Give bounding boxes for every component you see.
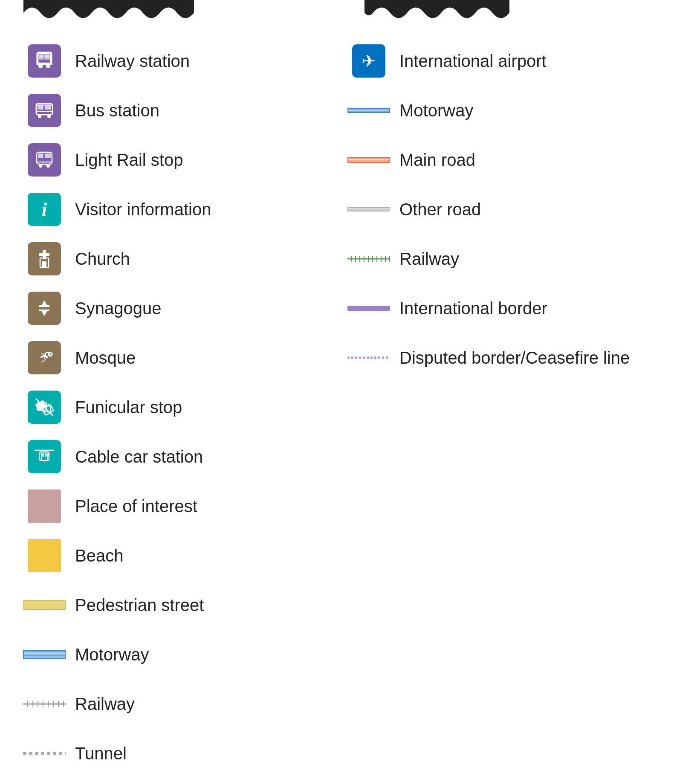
svg-text:☽: ☽ <box>37 351 47 365</box>
funicular-item: Funicular stop <box>26 382 350 432</box>
svg-rect-25 <box>45 153 51 158</box>
svg-rect-56 <box>41 453 44 457</box>
light-rail-label: Light Rail stop <box>75 151 183 170</box>
place-interest-label: Place of interest <box>75 497 197 516</box>
railway-station-icon <box>28 44 61 78</box>
svg-rect-28 <box>37 161 52 163</box>
main-road-item: Main road <box>350 135 674 185</box>
svg-rect-9 <box>39 55 43 58</box>
intl-border-icon-box <box>350 290 388 327</box>
intl-border-item: International border <box>350 284 674 333</box>
motorway-right-icon-box <box>350 92 388 129</box>
tunnel-item: Tunnel <box>26 729 350 778</box>
intl-airport-item: ✈ International airport <box>350 36 674 86</box>
synagogue-label: Synagogue <box>75 299 161 318</box>
svg-rect-57 <box>45 453 49 457</box>
other-road-icon-box <box>350 191 388 228</box>
railway-left-icon-box <box>26 685 63 723</box>
light-rail-item: Light Rail stop <box>26 135 350 185</box>
tunnel-icon-box <box>26 735 63 772</box>
place-interest-icon <box>28 489 61 523</box>
intl-border-label: International border <box>399 299 547 318</box>
intl-border-icon <box>345 300 392 317</box>
church-item: Church <box>26 234 350 284</box>
disputed-border-label: Disputed border/Ceasefire line <box>399 348 630 368</box>
railway-left-icon <box>21 693 68 715</box>
motorway-left-icon-box <box>26 636 63 673</box>
cable-car-label: Cable car station <box>75 447 203 466</box>
church-icon <box>28 242 61 275</box>
legend-container: Railway station Bus station <box>0 28 700 779</box>
left-column: Railway station Bus station <box>26 36 350 779</box>
motorway-right-item: Motorway <box>350 86 674 135</box>
wavy-shape-right <box>364 0 509 23</box>
svg-point-20 <box>47 115 51 118</box>
svg-rect-32 <box>39 253 49 256</box>
svg-rect-17 <box>38 105 43 110</box>
pedestrian-street-item: Pedestrian street <box>26 580 350 630</box>
intl-airport-icon: ✈ <box>352 44 385 78</box>
svg-rect-18 <box>45 105 51 110</box>
railway-right-label: Railway <box>399 249 459 269</box>
svg-rect-24 <box>38 153 43 158</box>
tunnel-icon <box>21 743 68 764</box>
svg-rect-22 <box>36 104 52 106</box>
bus-station-item: Bus station <box>26 86 350 135</box>
visitor-info-icon-box: i <box>26 191 63 228</box>
railway-station-item: Railway station <box>26 36 350 86</box>
light-rail-icon-box <box>26 141 63 179</box>
tunnel-label: Tunnel <box>75 744 127 763</box>
motorway-left-label: Motorway <box>75 645 149 664</box>
railway-station-label: Railway station <box>75 52 190 71</box>
synagogue-item: Synagogue <box>26 284 350 333</box>
beach-label: Beach <box>75 546 123 565</box>
intl-airport-icon-box: ✈ <box>350 42 388 80</box>
railway-right-icon-box <box>350 240 388 278</box>
cable-car-icon-box <box>26 438 63 475</box>
motorway-left-item: Motorway <box>26 630 350 679</box>
motorway-left-icon <box>21 644 68 665</box>
svg-point-19 <box>38 115 41 118</box>
intl-airport-label: International airport <box>399 52 547 71</box>
synagogue-icon <box>28 292 61 325</box>
svg-rect-34 <box>42 261 46 267</box>
funicular-icon <box>28 391 61 424</box>
wavy-shape-left <box>23 0 194 23</box>
right-column: ✈ International airport Motorway Main ro… <box>350 36 674 779</box>
beach-icon-box <box>26 537 63 574</box>
disputed-border-icon-box <box>350 339 388 376</box>
railway-right-icon <box>345 250 392 267</box>
place-interest-icon-box <box>26 487 63 525</box>
light-rail-icon <box>28 143 61 177</box>
bus-station-label: Bus station <box>75 101 159 120</box>
synagogue-icon-box <box>26 290 63 327</box>
mosque-icon: ☽ <box>28 341 61 374</box>
visitor-info-item: i Visitor information <box>26 185 350 234</box>
railway-left-label: Railway <box>75 695 135 714</box>
beach-icon <box>28 539 61 572</box>
mosque-icon-box: ☽ <box>26 339 63 376</box>
svg-rect-10 <box>45 55 49 58</box>
cable-car-icon <box>28 440 61 473</box>
railway-left-item: Railway <box>26 679 350 729</box>
other-road-item: Other road <box>350 185 674 234</box>
main-road-icon-box <box>350 141 388 179</box>
railway-station-icon-box <box>26 42 63 80</box>
other-road-label: Other road <box>399 200 481 219</box>
funicular-label: Funicular stop <box>75 398 182 417</box>
motorway-right-icon <box>345 102 392 119</box>
funicular-icon-box <box>26 388 63 426</box>
pedestrian-street-icon <box>21 594 68 616</box>
visitor-info-icon: i <box>28 193 61 226</box>
main-road-icon <box>345 151 392 168</box>
disputed-border-item: Disputed border/Ceasefire line <box>350 333 674 382</box>
place-interest-item: Place of interest <box>26 481 350 531</box>
cable-car-item: Cable car station <box>26 432 350 481</box>
beach-item: Beach <box>26 531 350 580</box>
pedestrian-street-label: Pedestrian street <box>75 596 204 615</box>
bus-station-icon-box <box>26 92 63 129</box>
motorway-right-label: Motorway <box>399 101 473 120</box>
mosque-item: ☽ Mosque <box>26 333 350 382</box>
church-label: Church <box>75 249 130 269</box>
main-road-label: Main road <box>399 151 475 170</box>
